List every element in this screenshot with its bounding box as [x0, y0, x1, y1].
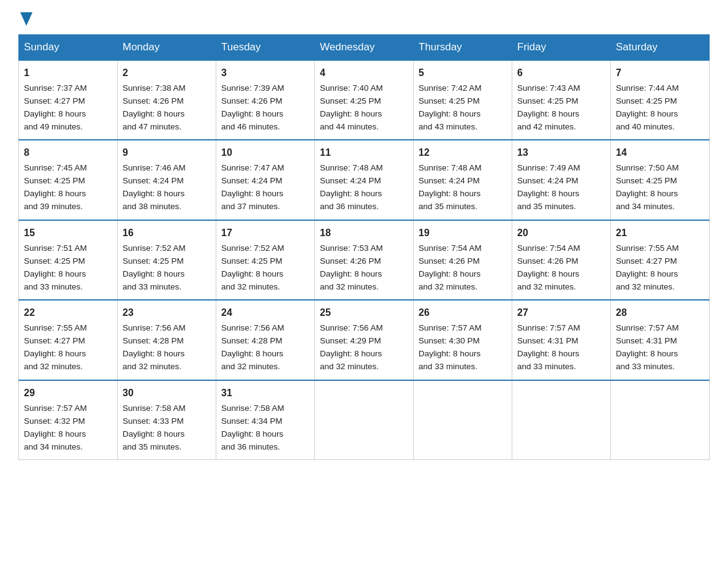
- column-header-thursday: Thursday: [414, 35, 512, 61]
- day-number: 1: [24, 66, 112, 81]
- day-number: 6: [517, 66, 605, 81]
- calendar-cell: 24Sunrise: 7:56 AMSunset: 4:28 PMDayligh…: [216, 300, 315, 380]
- day-number: 25: [320, 305, 408, 321]
- day-info: Sunrise: 7:43 AMSunset: 4:25 PMDaylight:…: [517, 82, 605, 134]
- calendar-cell: 4Sunrise: 7:40 AMSunset: 4:25 PMDaylight…: [315, 60, 414, 140]
- calendar-cell: 2Sunrise: 7:38 AMSunset: 4:26 PMDaylight…: [118, 60, 216, 140]
- day-number: 17: [221, 226, 309, 241]
- calendar-header-row: SundayMondayTuesdayWednesdayThursdayFrid…: [19, 35, 710, 61]
- day-info: Sunrise: 7:42 AMSunset: 4:25 PMDaylight:…: [419, 82, 507, 134]
- day-info: Sunrise: 7:55 AMSunset: 4:27 PMDaylight:…: [24, 322, 112, 373]
- day-info: Sunrise: 7:48 AMSunset: 4:24 PMDaylight:…: [419, 162, 507, 213]
- day-info: Sunrise: 7:56 AMSunset: 4:29 PMDaylight:…: [320, 322, 408, 373]
- calendar-cell: 28Sunrise: 7:57 AMSunset: 4:31 PMDayligh…: [611, 300, 710, 380]
- day-info: Sunrise: 7:45 AMSunset: 4:25 PMDaylight:…: [24, 162, 112, 213]
- column-header-wednesday: Wednesday: [315, 35, 414, 61]
- column-header-saturday: Saturday: [611, 35, 710, 61]
- day-info: Sunrise: 7:56 AMSunset: 4:28 PMDaylight:…: [221, 322, 309, 373]
- day-number: 24: [221, 305, 309, 321]
- day-info: Sunrise: 7:57 AMSunset: 4:30 PMDaylight:…: [419, 322, 507, 373]
- calendar-cell: 10Sunrise: 7:47 AMSunset: 4:24 PMDayligh…: [216, 140, 315, 220]
- calendar-cell: 26Sunrise: 7:57 AMSunset: 4:30 PMDayligh…: [414, 300, 512, 380]
- day-number: 11: [320, 145, 408, 161]
- day-info: Sunrise: 7:57 AMSunset: 4:32 PMDaylight:…: [24, 402, 112, 454]
- day-number: 28: [616, 305, 704, 321]
- day-info: Sunrise: 7:39 AMSunset: 4:26 PMDaylight:…: [221, 82, 309, 134]
- column-header-monday: Monday: [118, 35, 216, 61]
- svg-marker-0: [20, 12, 32, 26]
- calendar-cell: 9Sunrise: 7:46 AMSunset: 4:24 PMDaylight…: [118, 140, 216, 220]
- day-number: 16: [123, 226, 211, 241]
- day-number: 23: [123, 305, 211, 321]
- calendar-week-row: 8Sunrise: 7:45 AMSunset: 4:25 PMDaylight…: [19, 140, 710, 220]
- day-info: Sunrise: 7:46 AMSunset: 4:24 PMDaylight:…: [123, 162, 211, 213]
- day-number: 30: [123, 386, 211, 401]
- calendar-cell: 7Sunrise: 7:44 AMSunset: 4:25 PMDaylight…: [611, 60, 710, 140]
- logo: [18, 12, 32, 23]
- column-header-friday: Friday: [512, 35, 611, 61]
- calendar-cell: 3Sunrise: 7:39 AMSunset: 4:26 PMDaylight…: [216, 60, 315, 140]
- day-number: 27: [517, 305, 605, 321]
- calendar-cell: 14Sunrise: 7:50 AMSunset: 4:25 PMDayligh…: [611, 140, 710, 220]
- day-number: 4: [320, 66, 408, 81]
- day-number: 13: [517, 145, 605, 161]
- logo-triangle-icon: [20, 12, 32, 26]
- calendar-cell: 19Sunrise: 7:54 AMSunset: 4:26 PMDayligh…: [414, 220, 512, 300]
- calendar-week-row: 22Sunrise: 7:55 AMSunset: 4:27 PMDayligh…: [19, 300, 710, 380]
- day-number: 19: [419, 226, 507, 241]
- calendar-table: SundayMondayTuesdayWednesdayThursdayFrid…: [18, 34, 710, 460]
- day-number: 2: [123, 66, 211, 81]
- day-info: Sunrise: 7:53 AMSunset: 4:26 PMDaylight:…: [320, 242, 408, 294]
- calendar-cell: 23Sunrise: 7:56 AMSunset: 4:28 PMDayligh…: [118, 300, 216, 380]
- day-info: Sunrise: 7:58 AMSunset: 4:33 PMDaylight:…: [123, 402, 211, 454]
- day-info: Sunrise: 7:48 AMSunset: 4:24 PMDaylight:…: [320, 162, 408, 213]
- day-info: Sunrise: 7:54 AMSunset: 4:26 PMDaylight:…: [419, 242, 507, 294]
- day-number: 12: [419, 145, 507, 161]
- calendar-cell: [611, 380, 710, 460]
- calendar-cell: 12Sunrise: 7:48 AMSunset: 4:24 PMDayligh…: [414, 140, 512, 220]
- day-info: Sunrise: 7:49 AMSunset: 4:24 PMDaylight:…: [517, 162, 605, 213]
- day-number: 26: [419, 305, 507, 321]
- day-number: 8: [24, 145, 112, 161]
- day-info: Sunrise: 7:54 AMSunset: 4:26 PMDaylight:…: [517, 242, 605, 294]
- day-info: Sunrise: 7:40 AMSunset: 4:25 PMDaylight:…: [320, 82, 408, 134]
- day-number: 10: [221, 145, 309, 161]
- calendar-cell: 27Sunrise: 7:57 AMSunset: 4:31 PMDayligh…: [512, 300, 611, 380]
- day-number: 29: [24, 386, 112, 401]
- day-number: 7: [616, 66, 704, 81]
- calendar-cell: 15Sunrise: 7:51 AMSunset: 4:25 PMDayligh…: [19, 220, 118, 300]
- day-number: 3: [221, 66, 309, 81]
- calendar-cell: 13Sunrise: 7:49 AMSunset: 4:24 PMDayligh…: [512, 140, 611, 220]
- calendar-cell: 30Sunrise: 7:58 AMSunset: 4:33 PMDayligh…: [118, 380, 216, 460]
- day-info: Sunrise: 7:57 AMSunset: 4:31 PMDaylight:…: [616, 322, 704, 373]
- calendar-week-row: 1Sunrise: 7:37 AMSunset: 4:27 PMDaylight…: [19, 60, 710, 140]
- calendar-cell: 21Sunrise: 7:55 AMSunset: 4:27 PMDayligh…: [611, 220, 710, 300]
- calendar-cell: 8Sunrise: 7:45 AMSunset: 4:25 PMDaylight…: [19, 140, 118, 220]
- day-info: Sunrise: 7:58 AMSunset: 4:34 PMDaylight:…: [221, 402, 309, 454]
- column-header-sunday: Sunday: [19, 35, 118, 61]
- calendar-cell: 20Sunrise: 7:54 AMSunset: 4:26 PMDayligh…: [512, 220, 611, 300]
- day-number: 18: [320, 226, 408, 241]
- day-info: Sunrise: 7:51 AMSunset: 4:25 PMDaylight:…: [24, 242, 112, 294]
- day-number: 15: [24, 226, 112, 241]
- calendar-cell: 25Sunrise: 7:56 AMSunset: 4:29 PMDayligh…: [315, 300, 414, 380]
- calendar-cell: 22Sunrise: 7:55 AMSunset: 4:27 PMDayligh…: [19, 300, 118, 380]
- day-number: 20: [517, 226, 605, 241]
- calendar-week-row: 29Sunrise: 7:57 AMSunset: 4:32 PMDayligh…: [19, 380, 710, 460]
- calendar-cell: [414, 380, 512, 460]
- calendar-cell: 1Sunrise: 7:37 AMSunset: 4:27 PMDaylight…: [19, 60, 118, 140]
- calendar-cell: 18Sunrise: 7:53 AMSunset: 4:26 PMDayligh…: [315, 220, 414, 300]
- calendar-cell: 6Sunrise: 7:43 AMSunset: 4:25 PMDaylight…: [512, 60, 611, 140]
- calendar-cell: [512, 380, 611, 460]
- calendar-cell: 11Sunrise: 7:48 AMSunset: 4:24 PMDayligh…: [315, 140, 414, 220]
- day-info: Sunrise: 7:47 AMSunset: 4:24 PMDaylight:…: [221, 162, 309, 213]
- calendar-cell: 31Sunrise: 7:58 AMSunset: 4:34 PMDayligh…: [216, 380, 315, 460]
- calendar-week-row: 15Sunrise: 7:51 AMSunset: 4:25 PMDayligh…: [19, 220, 710, 300]
- day-info: Sunrise: 7:38 AMSunset: 4:26 PMDaylight:…: [123, 82, 211, 134]
- day-number: 9: [123, 145, 211, 161]
- calendar-cell: 16Sunrise: 7:52 AMSunset: 4:25 PMDayligh…: [118, 220, 216, 300]
- day-number: 31: [221, 386, 309, 401]
- day-number: 22: [24, 305, 112, 321]
- day-info: Sunrise: 7:52 AMSunset: 4:25 PMDaylight:…: [123, 242, 211, 294]
- day-info: Sunrise: 7:37 AMSunset: 4:27 PMDaylight:…: [24, 82, 112, 134]
